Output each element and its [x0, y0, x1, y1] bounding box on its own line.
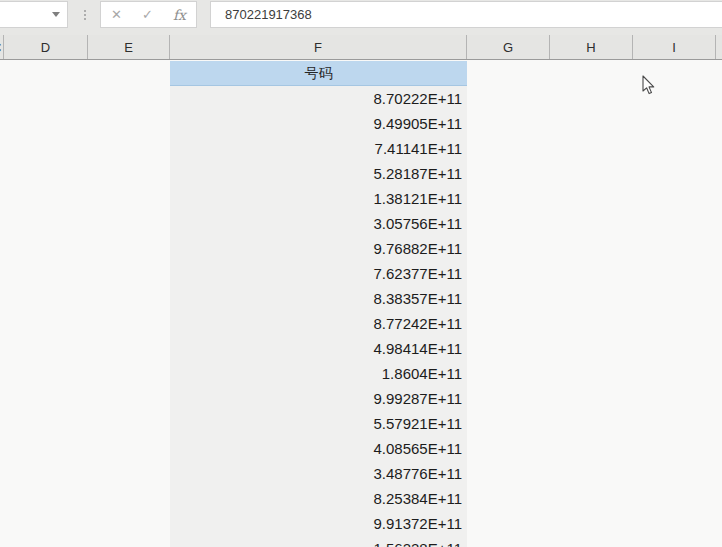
cancel-icon[interactable]: ✕: [108, 8, 125, 21]
column-header-next-sliver[interactable]: [716, 35, 722, 59]
cell-f16[interactable]: 4.08565E+11: [170, 436, 467, 461]
name-box-dropdown-icon[interactable]: [52, 12, 60, 17]
cell-f19[interactable]: 9.91372E+11: [170, 511, 467, 536]
cell-f7[interactable]: 3.05756E+11: [170, 211, 467, 236]
enter-icon[interactable]: ✓: [139, 8, 156, 21]
cell-f12[interactable]: 4.98414E+11: [170, 336, 467, 361]
cell-f18[interactable]: 8.25384E+11: [170, 486, 467, 511]
cell-f4[interactable]: 7.41141E+11: [170, 136, 467, 161]
cell-f5[interactable]: 5.28187E+11: [170, 161, 467, 186]
sheet-grid: 号码 8.70222E+119.49905E+117.41141E+115.28…: [0, 61, 722, 547]
cell-f6[interactable]: 1.38121E+11: [170, 186, 467, 211]
cell-f13[interactable]: 1.8604E+11: [170, 361, 467, 386]
cell-f8[interactable]: 9.76882E+11: [170, 236, 467, 261]
column-header-e[interactable]: E: [88, 35, 170, 59]
formula-bar-row: ✕ ✓ fx 870221917368: [0, 0, 722, 35]
column-header-d[interactable]: D: [4, 35, 88, 59]
f-column-rows: 8.70222E+119.49905E+117.41141E+115.28187…: [170, 86, 467, 547]
cell-f15[interactable]: 5.57921E+11: [170, 411, 467, 436]
insert-function-icon[interactable]: fx: [170, 8, 189, 22]
cell-f1-header[interactable]: 号码: [170, 61, 467, 86]
cell-f10[interactable]: 8.38357E+11: [170, 286, 467, 311]
formula-bar-value: 870221917368: [225, 7, 312, 22]
formula-bar-buttons: ✕ ✓ fx: [100, 1, 197, 28]
formula-bar-input[interactable]: 870221917368: [210, 1, 722, 28]
formula-bar-separator-handle: [81, 7, 89, 23]
cell-f17[interactable]: 3.48776E+11: [170, 461, 467, 486]
name-box[interactable]: [0, 1, 68, 28]
column-header-f[interactable]: F: [170, 35, 467, 59]
f-column: 号码 8.70222E+119.49905E+117.41141E+115.28…: [170, 61, 467, 547]
cell-f11[interactable]: 8.77242E+11: [170, 311, 467, 336]
cell-f9[interactable]: 7.62377E+11: [170, 261, 467, 286]
column-header-h[interactable]: H: [550, 35, 633, 59]
column-header-i[interactable]: I: [633, 35, 716, 59]
cell-f2[interactable]: 8.70222E+11: [170, 86, 467, 111]
column-header-g[interactable]: G: [467, 35, 550, 59]
cell-f3[interactable]: 9.49905E+11: [170, 111, 467, 136]
column-header-row: C D E F G H I: [0, 35, 722, 60]
cell-f14[interactable]: 9.99287E+11: [170, 386, 467, 411]
cell-f20[interactable]: 1.56228E+11: [170, 536, 467, 547]
